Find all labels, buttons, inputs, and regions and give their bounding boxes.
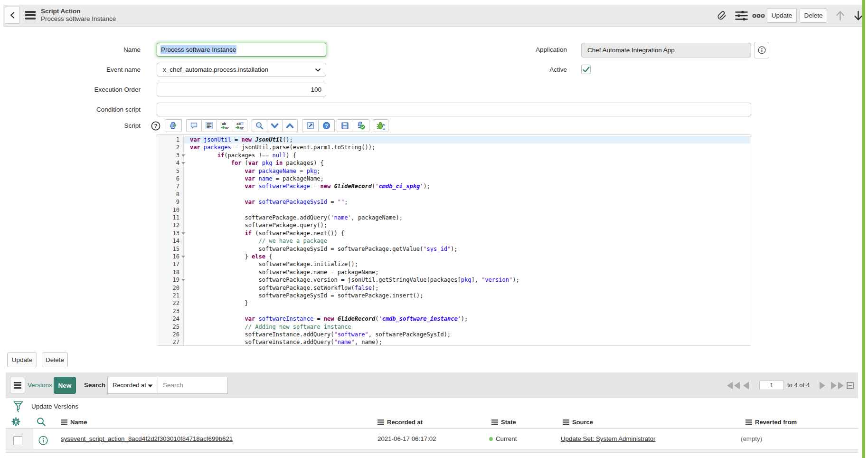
code-line: softwarePackage.setWorkflow(false); <box>184 284 751 292</box>
search-icon <box>37 417 46 426</box>
active-checkbox[interactable] <box>581 65 591 74</box>
column-header-label: Recorded at <box>387 419 423 426</box>
line-number: 16 <box>157 253 184 260</box>
line-number: 8 <box>157 191 184 198</box>
list-filter-button[interactable] <box>13 401 23 412</box>
format-code-icon <box>205 122 213 130</box>
page-number-input[interactable]: 1 <box>759 381 784 390</box>
versions-new-button[interactable]: New <box>54 377 76 394</box>
replace-all-button[interactable]: abac <box>232 119 247 132</box>
record-info-icon <box>38 436 48 445</box>
column-header-label: Name <box>70 419 87 426</box>
next-page-button[interactable] <box>819 372 826 398</box>
column-header-state[interactable]: State <box>491 417 516 427</box>
help-circle-icon: ? <box>151 121 160 131</box>
code-line: var softwarePackage = new GlideRecord('c… <box>184 182 751 190</box>
form-header-bar: Script Action Process software Instance <box>3 5 863 27</box>
column-header-reverted-from[interactable]: Reverted from <box>745 417 797 427</box>
line-number: 25 <box>157 323 184 331</box>
format-code-button[interactable] <box>201 119 217 132</box>
row-checkbox[interactable] <box>13 436 22 445</box>
search-icon <box>255 122 264 130</box>
row-recorded-at-cell: 2021-06-17 06:17:02 <box>377 429 436 449</box>
list-bottom-band <box>6 449 858 453</box>
versions-search-input[interactable]: Search <box>158 377 228 394</box>
syntax-editor-button[interactable] <box>165 119 182 132</box>
personalize-form-button[interactable] <box>735 10 748 22</box>
svg-text:?: ? <box>154 123 157 129</box>
toggle-comment-icon <box>190 122 198 130</box>
validate-button[interactable] <box>353 119 369 132</box>
versions-search-column-select[interactable]: Recorded at <box>107 377 158 394</box>
back-button[interactable] <box>5 7 20 24</box>
record-preview-button[interactable] <box>38 436 48 445</box>
execution-order-input[interactable]: 100 <box>157 83 326 96</box>
state-value: Current <box>496 435 517 442</box>
application-scope-edge-indicator <box>862 0 865 458</box>
event-name-select[interactable]: x_chef_automate.process.installation <box>157 63 326 76</box>
validate-icon <box>357 122 365 130</box>
more-options-button[interactable] <box>752 10 765 22</box>
versions-list-title[interactable]: Versions <box>28 372 52 398</box>
versions-context-menu-button[interactable] <box>10 377 25 393</box>
replace-button[interactable]: abac <box>217 119 232 132</box>
column-header-recorded-at[interactable]: Recorded at <box>377 417 423 427</box>
save-button[interactable] <box>337 119 353 132</box>
find-previous-button[interactable] <box>282 119 298 132</box>
line-number: 19 <box>157 276 184 284</box>
script-code-editor[interactable]: 1234567891011121314151617181920212223242… <box>157 134 751 346</box>
update-set-link[interactable]: Update Set: System Administrator <box>561 435 656 442</box>
full-screen-button[interactable] <box>302 119 319 132</box>
previous-record-button[interactable] <box>835 10 845 22</box>
line-number: 27 <box>157 338 184 346</box>
code-line: softwarePackage.name = packageName; <box>184 268 751 276</box>
code-line <box>184 191 751 198</box>
column-menu-icon <box>61 420 67 425</box>
column-header-source[interactable]: Source <box>563 417 593 427</box>
script-help-button[interactable]: ? <box>151 121 160 131</box>
first-page-button[interactable] <box>726 372 740 398</box>
name-label: Name <box>27 43 141 57</box>
line-number: 26 <box>157 331 184 338</box>
last-page-button[interactable] <box>830 372 844 398</box>
condition-script-input[interactable] <box>157 103 751 116</box>
application-info-button[interactable] <box>754 42 769 58</box>
footer-update-button[interactable]: Update <box>7 353 37 367</box>
find-next-button[interactable] <box>267 119 283 132</box>
code-line: var packageName = pkg; <box>184 167 751 175</box>
versions-list-header-bar: Versions New Search Recorded at Search 1… <box>6 372 858 398</box>
header-delete-button[interactable]: Delete <box>800 8 827 23</box>
attachment-button[interactable] <box>716 10 727 22</box>
execution-order-label: Execution Order <box>27 83 141 96</box>
column-header-name[interactable]: Name <box>61 417 87 427</box>
syntax-editor-icon <box>170 122 178 130</box>
version-record-link[interactable]: sysevent_script_action_8acd4f2d2f303010f… <box>61 435 233 442</box>
column-header-label: Source <box>572 419 593 426</box>
footer-delete-button[interactable]: Delete <box>42 353 68 367</box>
toggle-comment-button[interactable] <box>186 119 202 132</box>
debug-button[interactable] <box>373 119 388 132</box>
name-input[interactable]: Process software Instance <box>157 43 326 57</box>
search-button[interactable] <box>252 119 267 132</box>
code-line: // we have a package <box>184 237 751 245</box>
svg-text:?: ? <box>325 123 328 129</box>
chevron-down-icon <box>315 68 321 72</box>
editor-help-button[interactable]: ? <box>318 119 335 132</box>
minimize-icon <box>847 382 854 389</box>
list-breadcrumb[interactable]: Update Versions <box>31 403 78 410</box>
list-personalize-button[interactable] <box>11 417 20 426</box>
code-line: softwareInstance.addQuery("name", name); <box>184 338 751 346</box>
minimize-list-button[interactable] <box>847 372 854 398</box>
row-source-cell: Update Set: System Administrator <box>561 429 656 449</box>
line-number: 14 <box>157 237 184 245</box>
previous-page-button[interactable] <box>743 372 749 398</box>
list-search-button[interactable] <box>37 417 46 426</box>
column-menu-icon <box>377 420 384 425</box>
first-page-icon <box>726 382 740 390</box>
header-update-button[interactable]: Update <box>767 8 797 23</box>
next-record-button[interactable] <box>853 10 863 22</box>
page-range-label: to 4 of 4 <box>787 372 810 398</box>
form-context-menu-icon[interactable] <box>25 11 36 20</box>
column-menu-icon <box>491 420 498 425</box>
application-input: Chef Automate Integration App <box>581 43 751 57</box>
